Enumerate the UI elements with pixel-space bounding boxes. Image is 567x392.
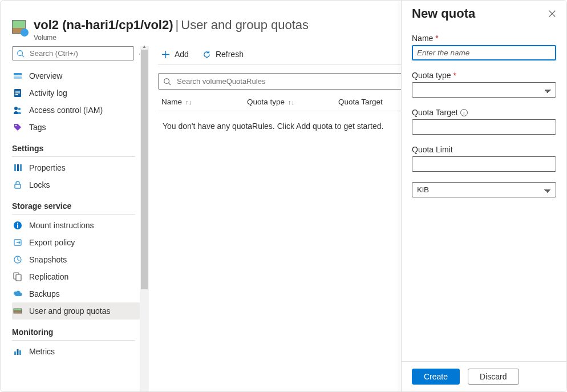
svg-rect-12 [17, 164, 19, 171]
sidebar-item-quotas[interactable]: User and group quotas [12, 302, 140, 320]
properties-icon [13, 163, 22, 172]
sidebar-item-label: Export policy [29, 238, 75, 247]
svg-rect-3 [14, 76, 22, 79]
refresh-button[interactable]: Refresh [202, 50, 244, 59]
sidebar-item-label: Overview [29, 71, 62, 80]
sidebar-item-label: Replication [29, 272, 68, 281]
svg-point-8 [14, 107, 18, 110]
panel-title: New quota [412, 6, 475, 21]
sidebar-item-label: Activity log [29, 88, 67, 98]
access-control-icon [13, 106, 22, 115]
refresh-label: Refresh [216, 50, 244, 59]
add-button[interactable]: Add [161, 50, 189, 59]
sort-icon: ↑↓ [288, 99, 294, 106]
sidebar-item-label: Tags [29, 123, 46, 132]
info-icon [13, 221, 22, 230]
svg-rect-17 [17, 223, 18, 224]
svg-rect-24 [14, 351, 16, 355]
field-label-name: Name* [412, 34, 556, 43]
divider [12, 214, 135, 215]
sort-icon: ↑↓ [185, 99, 192, 106]
plus-icon [161, 50, 170, 59]
svg-rect-5 [15, 91, 20, 92]
sidebar-item-label: Locks [29, 180, 50, 189]
field-label-type: Quota type* [412, 71, 556, 80]
sidebar-item-export-policy[interactable]: Export policy [12, 234, 140, 251]
sidebar-group-settings: Settings [12, 136, 140, 154]
info-icon[interactable]: i [460, 109, 468, 116]
sidebar-item-snapshots[interactable]: Snapshots [12, 251, 140, 268]
search-icon [16, 49, 25, 58]
sidebar-item-label: Snapshots [29, 255, 67, 264]
sidebar-item-label: Mount instructions [29, 221, 94, 230]
svg-point-27 [164, 78, 169, 83]
quota-unit-select[interactable]: KiB [412, 182, 556, 197]
svg-point-0 [18, 50, 23, 55]
panel-footer: Create Discard [402, 361, 566, 391]
field-label-limit: Quota Limit [412, 145, 556, 154]
activity-log-icon [13, 88, 22, 98]
sidebar-item-locks[interactable]: Locks [12, 176, 140, 193]
svg-rect-23 [14, 311, 22, 313]
column-header-name[interactable]: Name ↑↓ [161, 98, 247, 106]
svg-line-28 [169, 83, 171, 85]
sidebar-item-access-control[interactable]: Access control (IAM) [12, 102, 140, 119]
svg-rect-26 [19, 350, 21, 355]
volume-resource-icon [12, 20, 26, 34]
quota-type-select[interactable] [412, 82, 556, 98]
sidebar-item-activity-log[interactable]: Activity log [12, 84, 140, 102]
svg-rect-25 [17, 349, 19, 355]
sidebar-item-label: User and group quotas [29, 306, 110, 316]
close-panel-button[interactable] [548, 10, 556, 18]
quota-name-input[interactable] [412, 45, 556, 60]
backups-icon [13, 289, 22, 298]
locks-icon [13, 180, 22, 189]
sidebar-item-tags[interactable]: Tags [12, 119, 140, 136]
quotas-icon [13, 306, 22, 316]
quota-limit-input[interactable] [412, 156, 556, 172]
svg-rect-7 [15, 94, 18, 95]
field-label-target: Quota Target i [412, 108, 556, 117]
svg-point-10 [15, 125, 17, 127]
sidebar-scrollbar[interactable]: ▲ [140, 46, 149, 391]
sidebar-search-input[interactable] [29, 49, 130, 58]
sidebar-item-backups[interactable]: Backups [12, 285, 140, 302]
svg-line-1 [22, 55, 25, 57]
sidebar-item-properties[interactable]: Properties [12, 159, 140, 176]
svg-rect-13 [20, 164, 22, 171]
svg-rect-21 [16, 274, 21, 281]
sidebar-item-mount[interactable]: Mount instructions [12, 217, 140, 234]
svg-rect-16 [17, 225, 18, 228]
resource-name: vol2 (na-hari1/cp1/vol2) [34, 18, 173, 32]
create-button[interactable]: Create [412, 369, 460, 385]
svg-rect-22 [14, 309, 22, 311]
new-quota-panel: New quota Name* Quota type* Quota Target… [401, 1, 566, 391]
quota-target-input[interactable] [412, 119, 556, 135]
scrollbar-thumb[interactable] [141, 50, 148, 289]
sidebar-item-label: Properties [29, 163, 66, 172]
search-icon [163, 78, 171, 86]
sidebar-item-replication[interactable]: Replication [12, 268, 140, 285]
divider [12, 340, 135, 341]
divider [12, 156, 135, 157]
svg-rect-14 [15, 184, 21, 188]
replication-icon [13, 272, 22, 281]
export-policy-icon [13, 238, 22, 247]
svg-rect-2 [14, 73, 22, 75]
discard-button[interactable]: Discard [468, 369, 519, 385]
add-label: Add [175, 50, 189, 59]
sidebar-item-metrics[interactable]: Metrics [12, 343, 140, 360]
section-title: User and group quotas [181, 18, 309, 32]
sidebar-item-label: Metrics [29, 347, 55, 356]
column-header-type[interactable]: Quota type ↑↓ [247, 98, 338, 106]
sidebar-group-storage: Storage service [12, 193, 140, 212]
svg-rect-11 [14, 164, 16, 171]
svg-rect-6 [15, 92, 20, 94]
snapshots-icon [13, 255, 22, 264]
svg-point-9 [18, 108, 21, 110]
overview-icon [13, 71, 22, 80]
sidebar-search[interactable] [12, 46, 134, 60]
sidebar-item-label: Access control (IAM) [29, 106, 103, 115]
refresh-icon [202, 50, 211, 59]
sidebar-item-overview[interactable]: Overview [12, 67, 140, 84]
